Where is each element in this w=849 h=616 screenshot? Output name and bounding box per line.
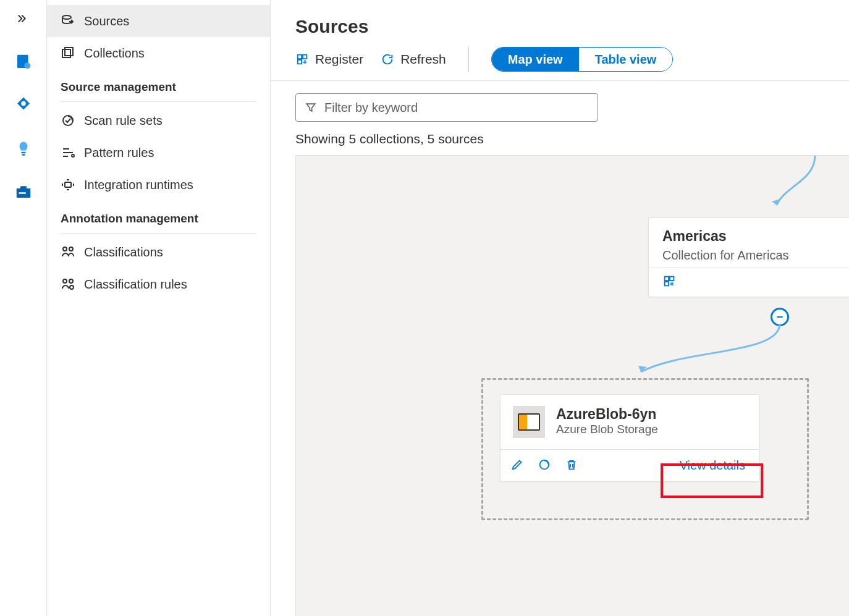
svg-rect-5 [19,192,25,194]
sidebar-item-scan-rule-sets[interactable]: Scan rule sets [47,104,270,137]
source-card-azureblob[interactable]: AzureBlob-6yn Azure Blob Storage View de… [500,394,759,482]
svg-point-2 [21,101,26,106]
sidebar-section-source-mgmt: Source management [47,69,270,99]
edit-source-icon[interactable] [510,458,524,474]
scan-source-icon[interactable] [538,458,551,474]
map-canvas[interactable]: Americas Collection for Americas [295,155,849,616]
rail-overview-icon[interactable] [11,49,36,74]
sidebar-item-label: Pattern rules [84,146,154,160]
svg-rect-21 [670,277,674,281]
source-subtitle: Azure Blob Storage [556,423,658,436]
svg-rect-4 [20,186,27,189]
sidebar-item-classifications[interactable]: Classifications [47,236,270,268]
sidebar-item-label: Sources [84,14,129,28]
blob-storage-icon [513,406,545,438]
filter-icon [305,101,317,114]
filter-input[interactable] [324,101,589,115]
svg-rect-17 [298,55,302,59]
divider [61,101,256,102]
register-button[interactable]: Register [295,52,363,67]
map-view-toggle[interactable]: Map view [492,48,579,71]
classifications-icon [61,245,75,259]
sidebar-item-collections[interactable]: Collections [47,37,270,69]
sidebar-item-sources[interactable]: Sources [47,5,270,37]
collection-subtitle: Collection for Americas [662,248,849,263]
svg-point-13 [69,247,73,251]
table-view-toggle[interactable]: Table view [579,48,673,71]
rail-management-icon[interactable] [11,179,36,204]
delete-source-icon[interactable] [565,458,578,474]
svg-rect-8 [65,48,73,56]
source-title: AzureBlob-6yn [556,406,658,423]
sidebar-item-label: Collections [84,46,145,61]
view-details-link[interactable]: View details [676,456,749,475]
filter-area [271,81,849,128]
sidebar-item-label: Classifications [84,245,163,259]
svg-rect-19 [298,60,302,64]
svg-point-16 [70,285,74,289]
collection-register-icon[interactable] [662,279,676,290]
expand-rail-button[interactable] [11,6,36,31]
sidebar-item-label: Scan rule sets [84,114,163,128]
register-label: Register [315,52,363,67]
svg-rect-7 [62,49,70,57]
svg-rect-22 [665,282,669,285]
svg-point-12 [63,247,67,251]
svg-point-15 [69,279,73,283]
sidebar: Sources Collections Source management Sc… [47,0,271,616]
svg-point-6 [62,15,71,19]
sidebar-section-annotation-mgmt: Annotation management [47,201,270,230]
svg-rect-18 [303,55,306,59]
view-toggle: Map view Table view [491,47,674,72]
sidebar-item-integration-runtimes[interactable]: Integration runtimes [47,169,270,201]
rail-sources-icon[interactable] [11,93,36,117]
sidebar-item-label: Classification rules [84,277,187,292]
toolbar-divider [468,47,469,72]
rail-insights-icon[interactable] [11,136,36,161]
pattern-rules-icon [61,145,75,160]
sidebar-item-pattern-rules[interactable]: Pattern rules [47,137,270,169]
svg-rect-20 [665,277,669,281]
svg-point-10 [72,154,74,157]
integration-runtimes-icon [61,177,75,192]
nav-rail [0,0,47,616]
filter-input-wrapper[interactable] [295,93,598,122]
svg-point-1 [24,62,30,69]
divider [61,233,256,234]
svg-point-14 [63,279,67,283]
collection-title: Americas [662,228,849,245]
sidebar-item-classification-rules[interactable]: Classification rules [47,268,270,300]
page-title: Sources [271,0,849,47]
edge-to-source [623,324,784,386]
refresh-button[interactable]: Refresh [381,52,446,67]
showing-text: Showing 5 collections, 5 sources [271,128,849,155]
scan-rule-sets-icon [61,113,75,128]
collections-icon [61,46,75,61]
main: Sources Register Refresh Map view Table … [271,0,849,616]
sources-icon [61,14,75,28]
classification-rules-icon [61,277,75,292]
collection-card-americas[interactable]: Americas Collection for Americas [648,217,849,297]
sidebar-item-label: Integration runtimes [84,178,193,192]
edge-top [747,156,821,224]
toolbar: Register Refresh Map view Table view [271,47,849,81]
refresh-label: Refresh [400,52,446,67]
svg-rect-11 [65,182,71,187]
